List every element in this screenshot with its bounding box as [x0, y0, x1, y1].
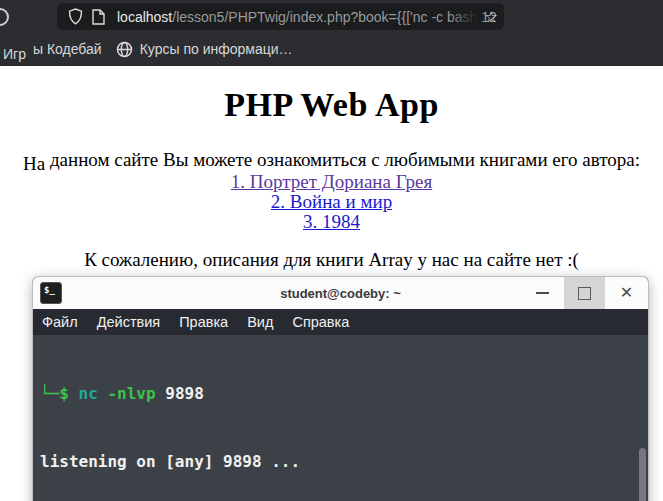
url-bar[interactable]: localhost/lesson5/PHPTwig/index.php?book…	[57, 3, 504, 30]
close-button[interactable]: ✕	[605, 277, 648, 309]
bookmarks-bar: Игры Кодебай Курсы по информаци…	[0, 32, 663, 66]
terminal-line: listening on [any] 9898 ...	[40, 451, 648, 474]
terminal-titlebar[interactable]: $_ student@codeby: ~ ✕	[33, 277, 648, 309]
book-link-dorian-gray[interactable]: 1. Портрет Дориана Грея	[231, 171, 432, 192]
intro-first-word: На	[23, 153, 45, 174]
url-text: localhost/lesson5/PHPTwig/index.php?book…	[117, 9, 496, 25]
menu-view[interactable]: Вид	[247, 314, 273, 330]
menu-help[interactable]: Справка	[292, 314, 349, 330]
terminal-menubar: Файл Действия Правка Вид Справка	[33, 309, 648, 335]
intro-rest: данном сайте Вы можете ознакомиться с лю…	[45, 149, 640, 170]
terminal-app-icon: $_	[40, 282, 62, 304]
minimize-icon	[536, 292, 549, 294]
browser-toolbar: localhost/lesson5/PHPTwig/index.php?book…	[0, 0, 663, 32]
maximize-button[interactable]	[564, 277, 605, 309]
url-fade	[448, 3, 478, 30]
command-options: -nlvp	[98, 384, 156, 403]
bookmark-item-kodebay[interactable]: Игры Кодебай	[3, 41, 102, 57]
book-link-war-and-peace[interactable]: 2. Война и мир	[271, 191, 392, 212]
book-list: 1. Портрет Дориана Грея 2. Война и мир 3…	[0, 172, 663, 232]
page-title: PHP Web App	[0, 86, 663, 124]
bookmark-label-prefix: Игр	[3, 46, 26, 62]
globe-icon	[116, 41, 133, 58]
close-icon: ✕	[620, 285, 633, 301]
terminal-scrollbar-thumb[interactable]	[639, 448, 646, 501]
terminal-window: $_ student@codeby: ~ ✕ Файл Действия Пра…	[33, 277, 648, 501]
list-item: 3. 1984	[0, 212, 663, 232]
list-item: 2. Война и мир	[0, 192, 663, 212]
page-info-icon[interactable]	[88, 7, 108, 27]
bookmark-label: Курсы по информаци…	[140, 41, 293, 57]
terminal-prompt-line: └─$ nc -nlvp 9898	[40, 383, 648, 406]
shield-icon[interactable]	[65, 7, 85, 27]
bookmark-star-icon[interactable]: ☆	[485, 6, 498, 27]
url-host: localhost	[117, 9, 172, 25]
bookmark-item-courses[interactable]: Курсы по информаци…	[116, 41, 293, 58]
browser-chrome: localhost/lesson5/PHPTwig/index.php?book…	[0, 0, 663, 66]
menu-actions[interactable]: Действия	[97, 314, 161, 330]
terminal-output[interactable]: └─$ nc -nlvp 9898 listening on [any] 989…	[33, 335, 648, 501]
window-controls: ✕	[521, 277, 648, 309]
list-item: 1. Портрет Дориана Грея	[0, 172, 663, 192]
menu-file[interactable]: Файл	[42, 314, 78, 330]
shell-prompt: └─$	[40, 384, 69, 403]
maximize-icon	[578, 287, 591, 300]
intro-text: На данном сайте Вы можете ознакомиться с…	[0, 149, 663, 171]
minimize-button[interactable]	[521, 277, 564, 309]
bookmark-label: ы Кодебай	[33, 41, 102, 57]
command-argument: 9898	[156, 384, 204, 403]
clipped-toolbar-icon	[0, 8, 9, 26]
book-link-1984[interactable]: 3. 1984	[303, 211, 360, 232]
menu-edit[interactable]: Правка	[179, 314, 228, 330]
no-description-message: К сожалению, описания для книги Array у …	[0, 249, 663, 271]
command-name: nc	[69, 384, 98, 403]
